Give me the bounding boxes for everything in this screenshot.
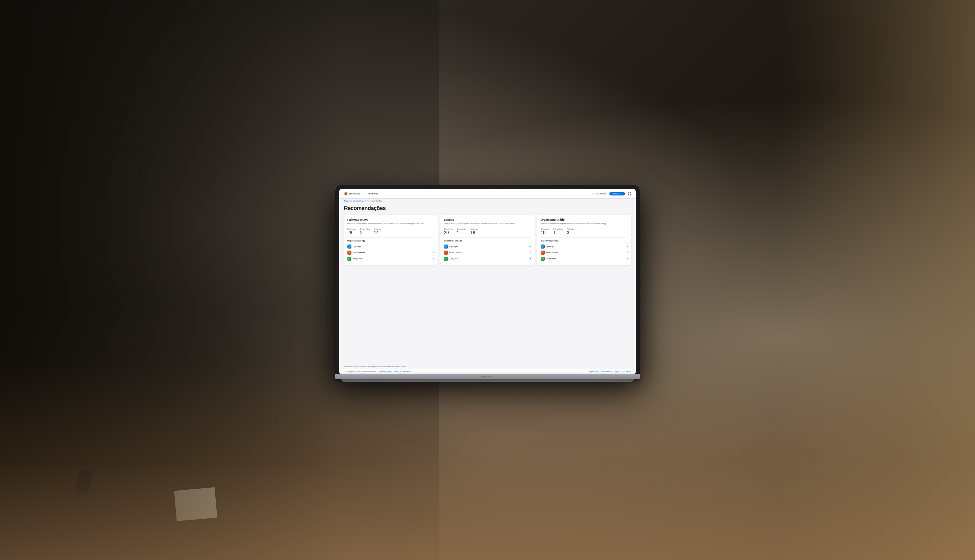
keywords-card: Palavras-chave Descubra outros termos us…	[344, 215, 438, 265]
page-title: Recomendações	[344, 205, 631, 212]
keywords-app-count-0: 12	[432, 245, 435, 248]
footer-privacy-link[interactable]: Política de Privacidade	[395, 371, 410, 373]
budget-card-desc: Ajuste o orçamento diário para aumentar …	[541, 223, 628, 225]
keywords-card-desc: Descubra outros termos usados em buscas …	[347, 223, 434, 225]
budget-app-left-0: ◇ LightRight	[541, 245, 555, 248]
budget-section-label: Disponíveis por App	[541, 240, 628, 242]
grid-cell-3	[628, 194, 629, 195]
awayfinder-icon-bids: ⬡	[444, 257, 448, 261]
bids-applied-stat: Aplicadas 18	[470, 228, 478, 235]
user-name-label: Johnny A.	[612, 193, 620, 195]
bids-app-count-0: 12	[529, 245, 531, 248]
keywords-app-name-0: LightRight	[353, 245, 361, 248]
keywords-discarded-stat: Descartadas 2	[360, 228, 370, 235]
macbook-base	[341, 379, 634, 382]
nav-left: 🍎 Search Ads Advanced	[344, 192, 378, 196]
keywords-applied-stat: Aplicadas 14	[374, 228, 381, 235]
bids-app-name-2: AwayFinder	[449, 258, 459, 260]
keywords-stats-row: Disponíveis 28 Descartadas 2 Aplicadas 1…	[347, 228, 434, 235]
budget-applied-stat: Aplicadas 3	[567, 228, 575, 235]
bids-stats-row: Disponíveis 29 Descartadas 1 Aplicadas 1…	[444, 228, 531, 235]
logo-text: Search Ads	[348, 192, 361, 195]
grid-cell-4	[630, 194, 631, 195]
nav-bar: 🍎 Search Ads Advanced OTOO Media Johnny …	[339, 189, 636, 198]
budget-divider	[541, 237, 628, 238]
advanced-label[interactable]: Advanced	[368, 192, 378, 195]
search-ads-logo: 🍎 Search Ads	[344, 192, 361, 195]
macbook-bottom	[335, 374, 640, 379]
keywords-app-left-1: ♪ Music Teacher	[347, 251, 365, 255]
bids-app-count-2: 8	[530, 258, 531, 260]
keywords-app-name-2: AwayFinder	[353, 258, 363, 260]
budget-app-count-1: 5	[627, 252, 628, 253]
footer-home-link[interactable]: Página Inicial	[589, 371, 599, 373]
budget-app-name-1: Music Teacher	[546, 252, 558, 253]
bids-card: Lances Faça ajustes no lance e ajude a a…	[440, 215, 534, 265]
bids-app-row-2[interactable]: ⬡ AwayFinder 8	[444, 256, 531, 262]
bids-app-name-1: Music Teacher	[449, 252, 461, 253]
grid-cell-2	[630, 192, 631, 194]
lightright-icon-budget: ◇	[541, 245, 545, 248]
bids-divider	[444, 237, 531, 238]
bids-discarded-stat: Descartadas 1	[457, 228, 466, 235]
desk-notebook	[174, 487, 217, 521]
lightright-icon-keywords: ◇	[347, 245, 351, 248]
nav-divider	[364, 192, 364, 196]
footer-help-link[interactable]: Ajuda	[615, 371, 619, 373]
budget-app-row-0[interactable]: ◇ LightRight 3	[541, 243, 628, 250]
grid-icon[interactable]	[628, 192, 631, 195]
lightright-icon-bids: ◇	[444, 245, 448, 248]
keywords-app-name-1: Music Teacher	[353, 252, 365, 253]
musicteacher-icon-keywords: ♪	[347, 251, 351, 255]
bids-app-left-1: ♪ Music Teacher	[444, 251, 461, 255]
bids-app-row-1[interactable]: ♪ Music Teacher 9	[444, 250, 531, 256]
budget-available-value: 10	[541, 230, 549, 235]
macbook-bezel: 🍎 Search Ads Advanced OTOO Media Johnny …	[335, 185, 640, 374]
macbook-screen: 🍎 Search Ads Advanced OTOO Media Johnny …	[339, 189, 636, 374]
budget-app-row-2[interactable]: ⬡ AwayFinder 2	[541, 256, 628, 262]
keywords-app-left-0: ◇ LightRight	[347, 245, 361, 248]
keywords-section-label: Disponíveis por App	[347, 240, 434, 242]
keywords-app-row-1[interactable]: ♪ Music Teacher 8	[347, 250, 434, 256]
keywords-available-value: 28	[347, 230, 356, 235]
budget-app-row-1[interactable]: ♪ Music Teacher 5	[541, 250, 628, 256]
footer-contact-link[interactable]: Fale Conosco	[622, 371, 631, 373]
budget-card-title: Orçamento Diário	[541, 218, 628, 222]
budget-applied-value: 3	[567, 230, 575, 235]
keywords-app-count-2: 8	[433, 258, 434, 260]
footer-copyright: © 2025 Apple Inc. Todos os direitos rese…	[344, 371, 376, 373]
breadcrumb-all-campaigns[interactable]: Todos as Campanhas	[344, 200, 364, 202]
user-button[interactable]: Johnny A. ∨	[609, 192, 625, 195]
budget-app-name-0: LightRight	[546, 245, 555, 248]
main-content: Recomendações Palavras-chave Descubra ou…	[339, 203, 636, 364]
bids-app-row-0[interactable]: ◇ LightRight 12	[444, 243, 531, 250]
footer-links: © 2025 Apple Inc. Todos os direitos rese…	[339, 369, 636, 374]
budget-stats-row: Disponíveis 10 Descartadas 1 Aplicadas 3	[541, 228, 628, 235]
footer-terms-link[interactable]: Termos de Serviço	[379, 371, 391, 373]
bids-card-title: Lances	[444, 218, 531, 222]
grid-cell-1	[628, 192, 629, 194]
budget-discarded-stat: Descartadas 1	[554, 228, 563, 235]
budget-app-left-1: ♪ Music Teacher	[541, 251, 558, 255]
cards-grid: Palavras-chave Descubra outros termos us…	[344, 215, 631, 265]
awayfinder-icon-budget: ⬡	[541, 257, 545, 261]
nav-right: OTOO Media Johnny A. ∨	[592, 192, 631, 195]
bids-available-stat: Disponíveis 29	[444, 228, 453, 235]
app-container: 🍎 Search Ads Advanced OTOO Media Johnny …	[339, 189, 636, 374]
footer-note: Mostrando o total de recomendações aplic…	[339, 364, 636, 369]
keywords-available-stat: Disponíveis 28	[347, 228, 356, 235]
bids-applied-value: 18	[470, 230, 478, 235]
bids-section-label: Disponíveis por App	[444, 240, 531, 242]
chevron-down-icon: ∨	[621, 193, 622, 195]
bids-available-value: 29	[444, 230, 453, 235]
footer-right: Página Inicial Finalizar Sessão Ajuda Fa…	[589, 371, 631, 373]
bids-app-name-0: LightRight	[449, 245, 458, 248]
keywords-app-row-2[interactable]: ⬡ AwayFinder 8	[347, 256, 434, 262]
budget-discarded-value: 1	[554, 230, 563, 235]
keywords-applied-value: 14	[374, 230, 381, 235]
footer-logout-link[interactable]: Finalizar Sessão	[601, 371, 612, 373]
bids-app-left-2: ⬡ AwayFinder	[444, 257, 459, 261]
musicteacher-icon-budget: ♪	[541, 251, 545, 255]
keywords-app-row-0[interactable]: ◇ LightRight 12	[347, 243, 434, 250]
awayfinder-icon-keywords: ⬡	[347, 257, 351, 261]
